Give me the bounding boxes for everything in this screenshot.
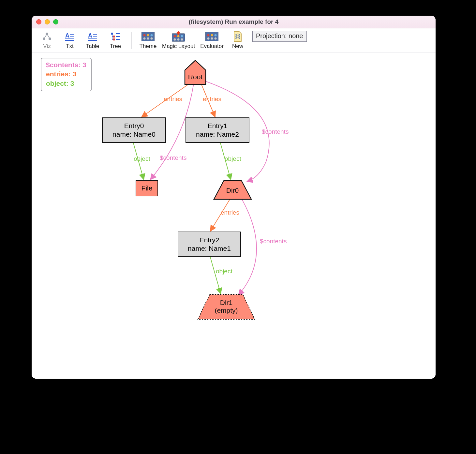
- magic-layout-icon: [172, 31, 186, 42]
- evaluator-button[interactable]: Evaluator: [198, 31, 226, 50]
- svg-text:A: A: [88, 32, 92, 39]
- close-icon[interactable]: [36, 19, 41, 24]
- edge-object-label: object: [225, 155, 241, 162]
- window-traffic-lights: [36, 19, 58, 24]
- svg-point-23: [143, 38, 146, 40]
- svg-point-25: [151, 38, 153, 40]
- tree-button[interactable]: Tree: [104, 31, 127, 50]
- node-root-label: Root: [188, 73, 203, 81]
- txt-label: Txt: [66, 43, 74, 50]
- magic-layout-button[interactable]: Magic Layout: [159, 31, 198, 50]
- edge-entries-label: entries: [221, 209, 239, 216]
- svg-point-31: [177, 38, 179, 41]
- svg-point-38: [207, 38, 210, 40]
- svg-point-22: [151, 34, 153, 37]
- new-label: New: [232, 43, 243, 50]
- node-entry0-label: Entry0name: Name0: [112, 122, 156, 139]
- svg-point-29: [181, 35, 183, 38]
- theme-icon: [141, 31, 155, 42]
- table-icon: A: [88, 31, 97, 42]
- svg-point-30: [173, 38, 176, 41]
- minimize-icon[interactable]: [45, 19, 50, 24]
- txt-icon: A: [65, 31, 74, 42]
- svg-point-27: [173, 35, 176, 38]
- app-window: (filesystem) Run example for 4 Viz A Txt…: [32, 16, 436, 379]
- legend: $contents: 3 entries: 3 object: 3: [41, 58, 92, 91]
- node-entry2[interactable]: Entry2name: Name1: [178, 232, 241, 257]
- legend-entries: entries: 3: [46, 69, 86, 79]
- projection-select[interactable]: Projection: none: [252, 31, 307, 42]
- table-button[interactable]: A Table: [81, 31, 104, 50]
- node-file-label: File: [141, 184, 153, 192]
- edge-contents-label: $contents: [260, 238, 287, 245]
- evaluator-icon: [205, 31, 218, 42]
- svg-rect-14: [113, 36, 115, 38]
- svg-point-28: [177, 35, 179, 38]
- titlebar: (filesystem) Run example for 4: [32, 16, 436, 28]
- maximize-icon[interactable]: [53, 19, 58, 24]
- table-label: Table: [86, 43, 99, 50]
- viz-button[interactable]: Viz: [36, 31, 58, 50]
- svg-point-37: [215, 34, 217, 37]
- svg-rect-15: [113, 38, 115, 40]
- svg-point-36: [211, 34, 213, 37]
- node-entry1[interactable]: Entry1name: Name2: [186, 117, 249, 143]
- viz-icon: [42, 31, 52, 42]
- svg-point-21: [147, 34, 149, 37]
- node-entry2-label: Entry2name: Name1: [188, 236, 231, 253]
- txt-button[interactable]: A Txt: [58, 31, 81, 50]
- tree-icon: [111, 31, 120, 42]
- svg-point-40: [215, 38, 217, 40]
- svg-rect-19: [141, 32, 155, 41]
- svg-point-39: [211, 38, 213, 40]
- svg-text:Dir1(empty): Dir1(empty): [215, 299, 238, 314]
- edge-contents-label: $contents: [262, 128, 289, 135]
- node-file[interactable]: File: [136, 180, 158, 196]
- graph-canvas[interactable]: $contents: 3 entries: 3 object: 3: [32, 53, 436, 379]
- theme-button[interactable]: Theme: [137, 31, 159, 50]
- svg-rect-34: [205, 32, 218, 41]
- node-dir1[interactable]: Dir1(empty): [198, 295, 255, 319]
- svg-point-35: [207, 34, 210, 37]
- window-title: (filesystem) Run example for 4: [32, 18, 436, 25]
- node-entry0[interactable]: Entry0name: Name0: [102, 117, 166, 143]
- toolbar: Viz A Txt A Table Tree Theme: [32, 28, 436, 53]
- legend-contents: $contents: 3: [46, 60, 86, 69]
- viz-label: Viz: [43, 43, 51, 50]
- magic-layout-label: Magic Layout: [162, 43, 195, 50]
- node-entry1-label: Entry1name: Name2: [196, 122, 239, 139]
- edge-object-label: object: [216, 268, 232, 275]
- node-root[interactable]: Root: [185, 60, 206, 84]
- edge-entries-label: entries: [164, 96, 182, 103]
- node-dir0-label: Dir0: [226, 187, 239, 194]
- legend-object: object: 3: [46, 79, 86, 88]
- svg-text:A: A: [65, 32, 69, 39]
- edge-entries-label: entries: [203, 96, 221, 103]
- theme-label: Theme: [140, 43, 157, 50]
- node-dir0[interactable]: Dir0: [214, 180, 251, 199]
- edge-contents-label: $contents: [160, 154, 186, 161]
- svg-rect-33: [178, 34, 179, 35]
- tree-label: Tree: [110, 43, 121, 50]
- svg-point-20: [143, 34, 146, 37]
- evaluator-label: Evaluator: [200, 43, 224, 50]
- svg-point-24: [147, 38, 149, 40]
- edge-object-label: object: [134, 155, 150, 162]
- svg-point-32: [181, 38, 183, 41]
- svg-rect-13: [111, 33, 113, 35]
- new-icon: [233, 31, 243, 42]
- new-button[interactable]: New: [226, 31, 249, 50]
